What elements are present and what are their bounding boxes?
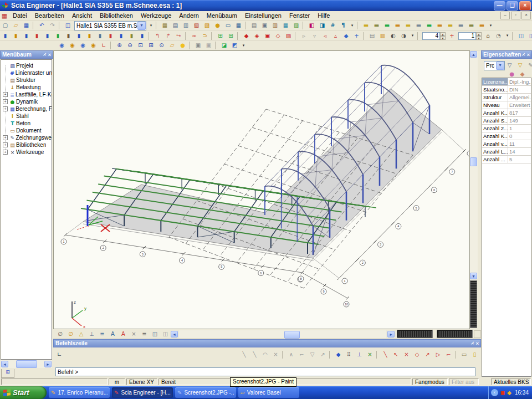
tree-item-struktur[interactable]: + ▤ Struktur: [1, 76, 52, 84]
rotate-view-icon[interactable]: ◉: [57, 41, 67, 50]
spinner-down-icon[interactable]: ▼: [440, 36, 446, 40]
draw-arc-icon[interactable]: ◠: [260, 350, 270, 360]
chevron-down-icon[interactable]: ▼: [137, 22, 146, 30]
separator[interactable]: [245, 22, 248, 29]
support-icon[interactable]: ◇: [273, 31, 283, 40]
insert-member-icon[interactable]: ▮: [42, 31, 53, 40]
separator[interactable]: [237, 32, 240, 40]
scroll-left-icon[interactable]: ◄: [1, 361, 8, 367]
label-abc-icon[interactable]: A: [118, 329, 129, 339]
separator[interactable]: [303, 22, 305, 29]
expand-plus-icon[interactable]: +: [3, 92, 8, 97]
tree-item-dynamik[interactable]: + ● Dynamik: [1, 98, 52, 105]
insert-member-icon[interactable]: ▮: [95, 31, 105, 40]
grid-settings-icon[interactable]: #: [328, 21, 338, 30]
snap-node-icon[interactable]: ◇: [412, 350, 422, 360]
menu-item[interactable]: Bearbeiten: [31, 12, 68, 19]
tree-item-stahl[interactable]: + I Stahl: [1, 112, 52, 120]
task-folder[interactable]: ▱ Valorec Basel: [238, 387, 299, 398]
layer-icon[interactable]: ▬: [456, 21, 466, 30]
load-icon[interactable]: ◃: [320, 31, 330, 40]
tree-item-lastfaelle[interactable]: + ≡ Lastfälle, LF-Ko: [1, 91, 52, 98]
box-icon[interactable]: ▦: [280, 21, 291, 30]
grid-step-spinner[interactable]: 4 ▲▼: [422, 32, 446, 40]
open-view-icon[interactable]: ▥: [377, 31, 388, 40]
layer-icon[interactable]: ▬: [413, 21, 424, 30]
close-icon[interactable]: ×: [48, 52, 51, 58]
insert-member-icon[interactable]: ▮: [53, 31, 63, 40]
window-icon[interactable]: ◫: [150, 329, 160, 339]
maximize-button[interactable]: ❑: [507, 1, 518, 11]
tree-item-werkzeuge[interactable]: + × Werkzeuge: [1, 149, 52, 156]
separator[interactable]: [59, 22, 62, 29]
menu-item[interactable]: Bibliotheken: [96, 12, 137, 19]
document-add-icon[interactable]: ▥: [181, 21, 191, 30]
dropdown-arrow-icon[interactable]: ▾: [240, 41, 247, 50]
layer-icon[interactable]: ▬: [466, 21, 477, 30]
tree-item-belastung[interactable]: + ↓ Belastung: [1, 84, 52, 91]
mdi-minimize-button[interactable]: –: [500, 12, 510, 19]
expand-plus-icon[interactable]: +: [3, 135, 8, 140]
light-bulb-icon[interactable]: ●: [177, 41, 188, 50]
tree-panel-tab[interactable]: ⊞: [1, 369, 14, 378]
dropdown-arrow-icon[interactable]: ▾: [349, 21, 356, 30]
table-grid-icon[interactable]: ▦: [233, 21, 244, 30]
visibility-icon[interactable]: ◐: [388, 31, 398, 40]
move-icon[interactable]: ◆: [341, 31, 351, 40]
tree-item-bibliotheken[interactable]: + ▤ Bibliotheken: [1, 141, 52, 149]
insert-member-icon[interactable]: ▮: [137, 31, 147, 40]
dot-grid-icon[interactable]: ⠿: [344, 350, 354, 360]
menu-item[interactable]: Menübaum: [203, 12, 241, 19]
separator[interactable]: [455, 351, 458, 359]
task-scia[interactable]: ✎ Scia Engineer - [H...: [112, 387, 173, 398]
zoom-all-icon[interactable]: ⊞: [146, 41, 156, 50]
document-icon[interactable]: ▦: [0, 12, 9, 19]
new-file-icon[interactable]: ▢: [0, 21, 11, 30]
save-icon[interactable]: ▦: [21, 21, 32, 30]
connect-node-icon[interactable]: ↪: [173, 31, 184, 40]
layer-icon[interactable]: ▬: [424, 21, 434, 30]
expand-plus-icon[interactable]: +: [3, 142, 8, 147]
snap-off-icon[interactable]: ×: [365, 350, 375, 360]
eraser-icon[interactable]: ∅: [65, 329, 76, 339]
insert-member-icon[interactable]: ▮: [32, 31, 42, 40]
move-icon[interactable]: +: [351, 31, 362, 40]
menu-item[interactable]: Ansicht: [68, 12, 96, 19]
gallery-icon[interactable]: ◧: [306, 21, 317, 30]
property-row[interactable]: Anzahl v... 11: [482, 140, 531, 148]
scroll-thumb[interactable]: [470, 157, 477, 166]
insert-member-icon[interactable]: ▮: [116, 31, 126, 40]
draw-line-icon[interactable]: ╲: [239, 350, 249, 360]
support-icon[interactable]: ◆: [241, 31, 252, 40]
vertical-scrollbar[interactable]: ▲ ▼: [470, 51, 478, 279]
tray-gold-icon[interactable]: ◆: [507, 390, 511, 396]
angle-icon[interactable]: ∟: [54, 350, 65, 360]
support-icon[interactable]: ◈: [252, 31, 262, 40]
snapshot-icon[interactable]: ▣: [203, 41, 214, 50]
save-view-icon[interactable]: ▤: [367, 31, 377, 40]
clipboard-icon[interactable]: ▯: [469, 350, 480, 360]
insert-member-icon[interactable]: ▮: [11, 31, 21, 40]
property-row[interactable]: Anzahl 2... 1: [482, 125, 531, 132]
redo-icon[interactable]: ↷: [47, 21, 58, 30]
zoom-in-icon[interactable]: ⊕: [114, 41, 125, 50]
separator[interactable]: [149, 32, 151, 40]
scale-spinner[interactable]: 1 ▲▼: [458, 32, 482, 40]
scroll-thumb[interactable]: [16, 360, 37, 368]
filter-flash-icon[interactable]: ▽: [515, 60, 525, 70]
arrow-icon[interactable]: ↗: [318, 350, 328, 360]
draw-line-icon[interactable]: ╲: [249, 350, 260, 360]
window-icon[interactable]: ◫: [160, 329, 171, 339]
tray-red-icon[interactable]: ◼: [500, 390, 505, 396]
property-row[interactable]: Anzahl ... 5: [482, 156, 531, 163]
layer-icon[interactable]: ▬: [477, 21, 487, 30]
property-row[interactable]: Anzahl K... 817: [482, 109, 531, 117]
property-row[interactable]: Struktur Allgemei...: [482, 94, 531, 101]
spinner-up-icon[interactable]: ▲: [476, 32, 482, 36]
expand-plus-icon[interactable]: +: [3, 150, 8, 155]
command-input[interactable]: [55, 367, 475, 376]
print-data-icon[interactable]: ▤: [170, 21, 181, 30]
table-icon[interactable]: ▭: [223, 21, 233, 30]
snapshot-icon[interactable]: ▣: [193, 41, 203, 50]
layer-icon[interactable]: ▬: [361, 21, 371, 30]
